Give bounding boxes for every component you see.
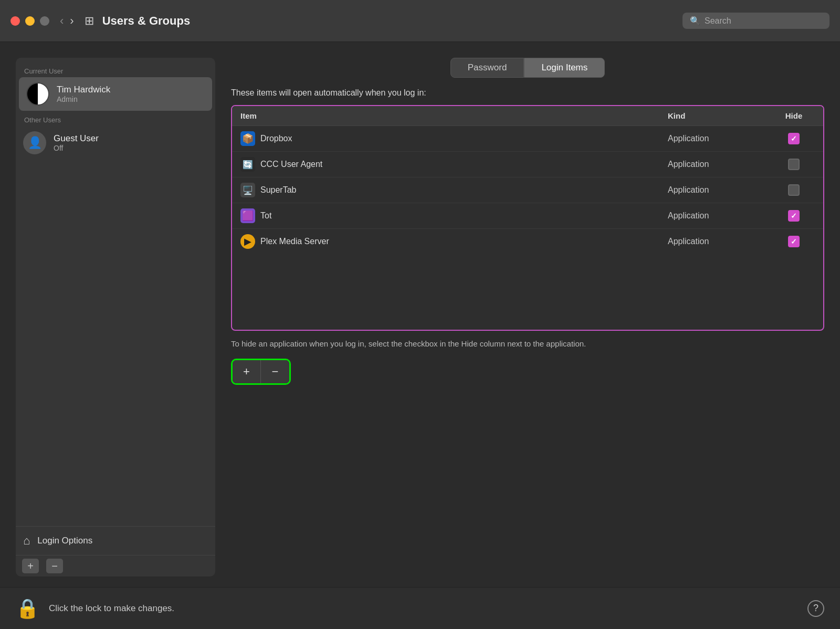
checkbox-ccc[interactable] [788, 159, 800, 170]
checkbox-supertab[interactable] [788, 184, 800, 196]
fullscreen-button[interactable] [40, 16, 49, 26]
table-row: 🔄 CCC User Agent Application [232, 152, 823, 177]
guest-user-item[interactable]: 👤 Guest User Off [16, 126, 215, 160]
minimize-button[interactable] [25, 16, 35, 26]
bottom-bar: 🔒 Click the lock to make changes. ? [0, 587, 840, 629]
tab-password[interactable]: Password [450, 58, 524, 78]
checkbox-plex[interactable] [788, 236, 800, 247]
user-name: Tim Hardwick [57, 85, 110, 95]
right-panel: Password Login Items These items will op… [231, 58, 824, 576]
add-item-button[interactable]: + [233, 360, 261, 383]
item-cell-dropbox: 📦 Dropbox [240, 131, 668, 146]
other-users-label: Other Users [16, 111, 215, 126]
item-cell-plex: ▶ Plex Media Server [240, 234, 668, 249]
login-items-table: Item Kind Hide 📦 Dropbox Application 🔄 [231, 105, 824, 331]
search-icon: 🔍 [690, 16, 700, 26]
house-icon: ⌂ [23, 534, 30, 548]
add-remove-bar: + − [231, 359, 824, 385]
item-name-tot: Tot [260, 211, 271, 221]
header-kind: Kind [668, 111, 773, 120]
kind-tot: Application [668, 211, 773, 221]
guest-user-name: Guest User [54, 133, 99, 144]
item-name-ccc: CCC User Agent [260, 160, 322, 169]
table-row: 🟪 Tot Application [232, 203, 823, 229]
kind-ccc: Application [668, 160, 773, 169]
tab-login-items[interactable]: Login Items [524, 58, 605, 78]
tot-icon: 🟪 [240, 208, 255, 223]
kind-plex: Application [668, 237, 773, 246]
item-cell-ccc: 🔄 CCC User Agent [240, 157, 668, 172]
current-user-label: Current User [16, 62, 215, 77]
item-name-plex: Plex Media Server [260, 237, 329, 246]
checkbox-tot[interactable] [788, 210, 800, 222]
table-row: 🖥️ SuperTab Application [232, 177, 823, 203]
login-options-item[interactable]: ⌂ Login Options [16, 526, 215, 555]
dropbox-icon: 📦 [240, 131, 255, 146]
remove-item-button[interactable]: − [261, 360, 289, 383]
main-content: Current User Tim Hardwick Admin Other Us… [0, 42, 840, 587]
kind-supertab: Application [668, 185, 773, 195]
nav-arrows: ‹ › [60, 15, 74, 27]
hint-text: To hide an application when you log in, … [231, 338, 588, 350]
table-header: Item Kind Hide [232, 106, 823, 126]
guest-avatar: 👤 [23, 131, 46, 154]
supertab-icon: 🖥️ [240, 183, 255, 197]
forward-arrow[interactable]: › [70, 15, 74, 27]
login-items-description: These items will open automatically when… [231, 88, 824, 98]
header-hide: Hide [773, 111, 815, 120]
guest-user-info: Guest User Off [54, 133, 99, 152]
tab-bar: Password Login Items [231, 58, 824, 78]
grid-icon: ⊞ [85, 14, 94, 28]
item-name-supertab: SuperTab [260, 185, 297, 195]
login-options-label: Login Options [37, 536, 92, 546]
sidebar-add-button[interactable]: + [22, 559, 39, 573]
ccc-icon: 🔄 [240, 157, 255, 172]
hide-cell-ccc [773, 159, 815, 170]
header-item: Item [240, 111, 668, 120]
back-arrow[interactable]: ‹ [60, 15, 64, 27]
sidebar: Current User Tim Hardwick Admin Other Us… [16, 58, 215, 576]
search-box[interactable]: 🔍 Search [682, 13, 830, 29]
add-remove-button-group: + − [231, 359, 291, 385]
current-user-item[interactable]: Tim Hardwick Admin [19, 77, 212, 111]
hide-cell-supertab [773, 184, 815, 196]
titlebar: ‹ › ⊞ Users & Groups 🔍 Search [0, 0, 840, 42]
lock-icon[interactable]: 🔒 [16, 597, 39, 620]
checkbox-dropbox[interactable] [788, 133, 800, 144]
item-name-dropbox: Dropbox [260, 134, 292, 143]
close-button[interactable] [10, 16, 20, 26]
item-cell-tot: 🟪 Tot [240, 208, 668, 223]
plex-icon: ▶ [240, 234, 255, 249]
kind-dropbox: Application [668, 134, 773, 143]
hide-cell-tot [773, 210, 815, 222]
user-info: Tim Hardwick Admin [57, 85, 110, 103]
avatar [26, 82, 49, 106]
sidebar-remove-button[interactable]: − [46, 559, 63, 573]
table-row: ▶ Plex Media Server Application [232, 229, 823, 254]
hide-cell-plex [773, 236, 815, 247]
hide-cell-dropbox [773, 133, 815, 144]
item-cell-supertab: 🖥️ SuperTab [240, 183, 668, 197]
lock-text: Click the lock to make changes. [49, 603, 798, 614]
table-row: 📦 Dropbox Application [232, 126, 823, 152]
traffic-lights [10, 16, 49, 26]
window-title: Users & Groups [102, 14, 682, 28]
user-role: Admin [57, 95, 110, 103]
help-button[interactable]: ? [807, 600, 824, 617]
guest-user-role: Off [54, 144, 99, 152]
sidebar-controls: + − [16, 555, 215, 576]
search-label: Search [705, 16, 731, 26]
sidebar-list: Current User Tim Hardwick Admin Other Us… [16, 58, 215, 526]
